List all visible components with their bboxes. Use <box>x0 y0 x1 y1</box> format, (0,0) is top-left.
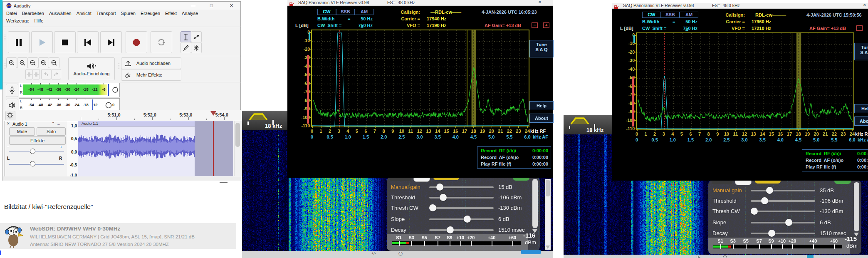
silence-selection-button[interactable] <box>32 69 40 79</box>
record-button[interactable] <box>126 31 147 53</box>
slider-track[interactable] <box>429 218 494 220</box>
track-close-icon[interactable]: ✕ <box>7 122 10 126</box>
websdr-grid-link[interactable]: JO43bm <box>111 234 129 239</box>
slider-knob[interactable] <box>766 187 773 194</box>
pause-button[interactable] <box>8 31 30 53</box>
pan-slider[interactable] <box>9 164 64 165</box>
track-menu-icon[interactable]: … <box>57 122 60 126</box>
skip-end-button[interactable] <box>100 31 122 53</box>
slider-track[interactable] <box>429 207 494 209</box>
slider-knob[interactable] <box>464 216 471 223</box>
record-meter-reset-icon[interactable] <box>111 86 119 94</box>
af-gain-minus-button[interactable]: − <box>856 25 863 31</box>
passband-icon[interactable] <box>570 117 589 125</box>
menu-item-transport[interactable]: Transport <box>94 11 119 16</box>
panel-button-dark[interactable] <box>390 178 411 181</box>
pan-slider-knob[interactable] <box>30 161 35 166</box>
record-row-label[interactable]: Play RF file (f) <box>481 161 511 166</box>
slider-track[interactable] <box>751 222 815 223</box>
mode-button-ssb[interactable]: SSB <box>661 12 680 18</box>
slider-knob[interactable] <box>429 204 436 211</box>
menu-item-ansicht[interactable]: Ansicht <box>74 11 94 16</box>
timeline-settings-button[interactable] <box>5 111 15 121</box>
af-gain-minus-button[interactable]: − <box>532 22 538 28</box>
track-collapse-icon[interactable]: ⌃ <box>52 122 55 126</box>
slider-track[interactable] <box>751 233 815 234</box>
mode-button-ssb[interactable]: SSB <box>336 9 355 15</box>
slider-knob[interactable] <box>768 230 775 237</box>
audio-upload-button[interactable]: Audio hochladen <box>121 57 181 69</box>
panel-scrollbar[interactable] <box>854 182 859 231</box>
menu-item-werkzeuge[interactable]: Werkzeuge <box>4 18 32 23</box>
playhead-marker[interactable] <box>210 111 216 116</box>
timeline-ruler[interactable]: 5:51,05:52,05:53,05:54,0 <box>3 110 241 121</box>
menu-item-hilfe[interactable]: Hilfe <box>32 18 46 23</box>
spectrum-plot[interactable] <box>636 32 854 130</box>
panel-scrollbar[interactable] <box>532 179 538 228</box>
waveform-canvas[interactable] <box>78 126 195 176</box>
tune-saq-button[interactable]: TuneS A Q <box>529 40 554 57</box>
toolbar-grip[interactable] <box>118 63 120 69</box>
audacity-titlebar[interactable]: Audacity — □ ✕ <box>3 2 240 10</box>
record-row-label[interactable]: Record AF (o/s)o <box>481 155 519 160</box>
help-button[interactable]: Help <box>854 104 868 113</box>
effects-button[interactable]: Effekte <box>9 136 66 145</box>
stop-button[interactable] <box>54 31 76 53</box>
selection-region[interactable] <box>195 121 233 176</box>
mute-button[interactable]: Mute <box>9 127 35 136</box>
trim-outside-button[interactable] <box>25 69 33 79</box>
waterfall-scrollbar-thumb[interactable] <box>546 180 550 196</box>
record-meter-mic-button[interactable] <box>6 84 18 97</box>
menu-item-auswhlen[interactable]: Auswählen <box>47 11 74 16</box>
slider-track[interactable] <box>429 229 494 231</box>
slider-track[interactable] <box>751 211 815 212</box>
slider-knob[interactable] <box>440 194 447 201</box>
af-gain-plus-button[interactable]: + <box>543 22 549 28</box>
ibeam-tool[interactable] <box>181 31 191 42</box>
slider-track[interactable] <box>429 197 494 198</box>
menu-item-datei[interactable]: Datei <box>4 11 20 16</box>
slider-knob[interactable] <box>447 226 454 233</box>
tune-saq-button[interactable]: TuneS A Q <box>854 43 868 60</box>
spectrum-plot[interactable] <box>311 30 529 127</box>
record-row-label[interactable]: Record RF (i/b)i <box>806 151 841 156</box>
close-icon[interactable]: ✕ <box>538 0 542 4</box>
maximize-icon[interactable]: □ <box>210 3 213 8</box>
audio-setup-button[interactable]: Audio-Einrichtung <box>68 57 115 80</box>
menu-item-erzeugen[interactable]: Erzeugen <box>138 11 163 16</box>
play-button[interactable] <box>31 31 53 53</box>
close-icon[interactable]: ✕ <box>863 3 866 7</box>
record-row-label[interactable]: Record AF (o/s)o <box>806 158 843 163</box>
resize-grip[interactable] <box>220 182 228 183</box>
panel-button-dark[interactable] <box>712 181 732 184</box>
waterfall-scrollbar-arrow-icon[interactable] <box>546 246 550 249</box>
slider-knob[interactable] <box>436 184 443 191</box>
undo-button[interactable] <box>41 69 51 79</box>
menu-item-analyse[interactable]: Analyse <box>179 11 200 16</box>
zoom-project-button[interactable] <box>38 57 49 68</box>
mode-button-cw[interactable]: CW <box>317 9 336 15</box>
record-row-label[interactable]: Record RF (i/b)i <box>481 148 516 153</box>
kiwi-blue-button[interactable] <box>521 250 541 254</box>
zoom-toggle-button[interactable] <box>49 57 59 68</box>
saq-titlebar[interactable]: SAQ Panoramic VLF Receiver v0.98FS= 48.0… <box>287 0 553 6</box>
slider-knob[interactable] <box>785 219 792 226</box>
websdr-map-link[interactable]: map <box>151 234 160 239</box>
track-vertical-scrollbar-thumb[interactable] <box>235 123 240 147</box>
toolbar-grip[interactable] <box>4 35 6 40</box>
slider-knob[interactable] <box>761 197 768 204</box>
skip-start-button[interactable] <box>77 31 99 53</box>
passband-icon[interactable] <box>249 112 268 121</box>
menu-item-spuren[interactable]: Spuren <box>118 11 138 16</box>
menu-item-bearbeiten[interactable]: Bearbeiten <box>20 11 47 16</box>
about-button[interactable]: About <box>529 114 554 123</box>
help-button[interactable]: Help <box>529 101 554 110</box>
zoom-selection-button[interactable] <box>27 57 38 68</box>
mode-button-am[interactable]: AM <box>355 9 373 15</box>
redo-button[interactable] <box>51 69 61 79</box>
menu-item-effekt[interactable]: Effekt <box>163 11 179 16</box>
close-icon[interactable]: ✕ <box>230 3 233 8</box>
playback-meter-reset-icon[interactable] <box>105 102 112 109</box>
slider-track[interactable] <box>751 190 815 191</box>
loop-button[interactable] <box>151 31 172 53</box>
